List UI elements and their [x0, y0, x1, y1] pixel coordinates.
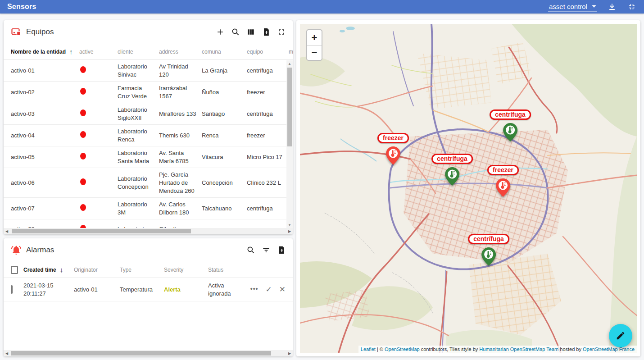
column-header-equipo[interactable]: equipo: [247, 49, 289, 55]
map-attribution: Leaflet | © OpenStreetMap contributors, …: [358, 346, 637, 353]
sort-asc-icon: ↑: [69, 48, 73, 55]
comuna-value: Renca: [202, 129, 247, 142]
marker-label: freezer: [487, 165, 519, 175]
exit-fullscreen-button[interactable]: [627, 2, 637, 12]
table-row[interactable]: activo-03 Laboratorio SigloXXII Miraflor…: [4, 103, 293, 125]
alarm-details-button[interactable]: •••: [250, 286, 259, 294]
export-table-button[interactable]: [260, 26, 272, 38]
map-canvas[interactable]: + − centrífuga freezer: [300, 24, 637, 353]
scroll-down-arrow[interactable]: ▼: [286, 222, 293, 228]
comuna-value: Vitacura: [202, 150, 247, 164]
horizontal-scrollbar[interactable]: ◀ ▶: [4, 350, 293, 356]
osm-france-link[interactable]: OpenStreetMap France: [583, 346, 635, 352]
table-row[interactable]: activo-07 Laboratorio 3M Av. Carlos Diib…: [4, 198, 293, 219]
leaflet-link[interactable]: Leaflet: [361, 346, 376, 352]
column-header-severity[interactable]: Severity: [164, 267, 208, 273]
column-header-address[interactable]: address: [159, 49, 202, 55]
thermometer-pin-icon: [502, 123, 518, 142]
equipos-rows: activo-01 Laboratorio Sinivac Av Trinida…: [4, 60, 293, 228]
column-header-cliente[interactable]: cliente: [118, 49, 159, 55]
hot-link[interactable]: Humanitarian OpenStreetMap Team: [479, 346, 558, 352]
marker-label: centrífuga: [431, 154, 473, 164]
row-checkbox[interactable]: [11, 285, 13, 294]
column-header-type[interactable]: Type: [120, 267, 164, 273]
column-header-originator[interactable]: Originator: [74, 267, 120, 273]
active-indicator: [80, 66, 86, 73]
fullscreen-icon: [277, 27, 286, 36]
filter-list-icon: [262, 246, 271, 255]
horizontal-scrollbar[interactable]: ◀ ▶: [4, 228, 293, 234]
scroll-left-arrow[interactable]: ◀: [4, 228, 10, 234]
map-widget: + − centrífuga freezer: [296, 20, 640, 356]
table-row[interactable]: activo-06 Laboratorio Concepción Pje. Ga…: [4, 168, 293, 198]
search-button[interactable]: [230, 26, 241, 38]
equipos-widget: Equipos Nombre de la entidad↑ active cl: [4, 20, 293, 234]
cliente-value: Laboratorio 3M: [118, 198, 159, 219]
column-header-active[interactable]: active: [79, 49, 118, 55]
entity-name: activo-07: [11, 202, 79, 215]
comuna-value: Ñuñoa: [202, 86, 247, 99]
expand-widget-button[interactable]: [276, 26, 287, 38]
osm-link[interactable]: OpenStreetMap: [385, 346, 420, 352]
comuna-value: Santiago: [202, 107, 247, 121]
scrollbar-thumb[interactable]: [12, 229, 191, 233]
table-row[interactable]: activo-02 Farmacia Cruz Verde Irarrázaba…: [4, 82, 293, 103]
filter-alarms-button[interactable]: [260, 244, 272, 256]
map-marker[interactable]: freezer: [377, 133, 409, 165]
alarmas-widget: Alarmas Created time↓ Originator Type Se…: [4, 238, 293, 356]
select-all-checkbox[interactable]: [11, 266, 18, 274]
map-marker[interactable]: centrífuga: [468, 234, 509, 266]
column-header-name[interactable]: Nombre de la entidad↑: [11, 48, 79, 55]
alarm-row[interactable]: 2021-03-15 20:11:27 activo-01 Temperatur…: [4, 278, 293, 301]
vertical-scrollbar[interactable]: ▲ ▼: [286, 60, 293, 228]
equipos-table-header: Nombre de la entidad↑ active cliente add…: [4, 44, 293, 60]
scroll-right-arrow[interactable]: ▶: [286, 228, 293, 234]
cliente-value: Farmacia Cruz Verde: [118, 82, 159, 103]
export-alarms-button[interactable]: [276, 244, 287, 256]
entity-alias-value: asset control: [549, 3, 587, 10]
scroll-left-arrow[interactable]: ◀: [4, 350, 10, 356]
table-row[interactable]: activo-08 Laboratorio Gibraltar: [4, 219, 293, 228]
columns-settings-button[interactable]: [245, 26, 257, 38]
column-header-comuna[interactable]: comuna: [202, 49, 247, 55]
zoom-in-button[interactable]: +: [307, 30, 322, 45]
edit-dashboard-fab[interactable]: [609, 324, 632, 347]
map-marker[interactable]: centrífuga: [431, 154, 473, 186]
download-dashboard-button[interactable]: [607, 2, 617, 12]
active-indicator: [80, 153, 86, 159]
acknowledge-alarm-button[interactable]: ✓: [266, 286, 272, 293]
originator-value: activo-01: [74, 283, 120, 296]
marker-label: freezer: [377, 133, 409, 143]
search-alarms-button[interactable]: [245, 244, 257, 256]
equipo-value: Micro Pico 17: [247, 150, 289, 164]
scroll-up-arrow[interactable]: ▲: [286, 60, 293, 67]
comuna-value: La Granja: [202, 64, 247, 77]
alarm-type: Temperatura: [120, 283, 164, 296]
map-marker[interactable]: freezer: [487, 165, 519, 197]
entity-alias-select[interactable]: asset control: [548, 2, 597, 12]
scroll-right-arrow[interactable]: ▶: [286, 350, 293, 356]
address-value: Miraflores 133: [159, 107, 202, 121]
table-row[interactable]: activo-04 Laboratorio Renca Themis 630 R…: [4, 125, 293, 146]
zoom-out-button[interactable]: −: [307, 45, 322, 60]
clear-alarm-button[interactable]: ✕: [279, 286, 286, 293]
alarmas-table-header: Created time↓ Originator Type Severity S…: [4, 262, 293, 278]
column-header-created[interactable]: Created time↓: [23, 266, 74, 273]
scrollbar-thumb[interactable]: [287, 68, 292, 146]
active-indicator: [80, 88, 86, 95]
table-row[interactable]: activo-01 Laboratorio Sinivac Av Trinida…: [4, 60, 293, 82]
dashboard-title: Sensors: [7, 3, 36, 11]
column-header-modelo[interactable]: mo: [289, 49, 293, 55]
search-icon: [246, 246, 255, 255]
comuna-value: Talcahuano: [202, 202, 247, 215]
column-header-status[interactable]: Status: [208, 267, 249, 273]
thermometer-pin-icon: [481, 247, 497, 266]
pencil-icon: [616, 331, 626, 341]
active-indicator: [80, 204, 86, 211]
scrollbar-thumb[interactable]: [11, 351, 271, 355]
map-marker[interactable]: centrífuga: [490, 109, 531, 142]
add-entity-button[interactable]: [214, 26, 226, 38]
table-row[interactable]: activo-05 Laboratorio Santa Maria Av. Sa…: [4, 146, 293, 168]
equipo-value: freezer: [247, 86, 289, 99]
active-indicator: [80, 131, 86, 138]
